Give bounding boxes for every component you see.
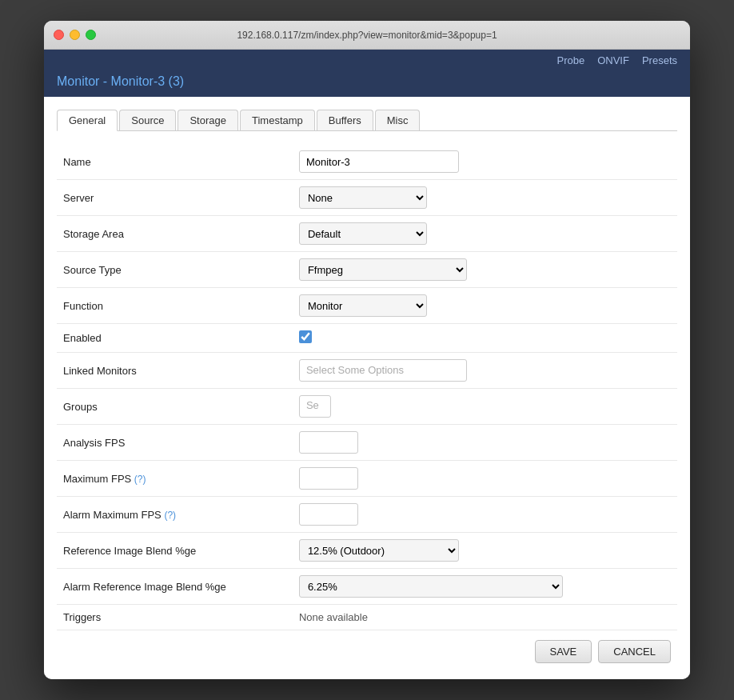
triggers-row: Triggers None available xyxy=(57,605,677,630)
monitor-title-text: Monitor - Monitor-3 (3) xyxy=(57,74,184,88)
name-row: Name Monitor-3 xyxy=(57,144,677,180)
onvif-link[interactable]: ONVIF xyxy=(597,54,629,66)
storage-area-select[interactable]: Default xyxy=(299,222,427,245)
titlebar: 192.168.0.117/zm/index.php?view=monitor&… xyxy=(44,21,690,50)
function-select[interactable]: None Monitor Modect Record Mocord Nodect xyxy=(299,294,427,317)
source-type-label: Source Type xyxy=(57,252,293,288)
linked-monitors-label: Linked Monitors xyxy=(57,353,293,389)
alarm-ref-blend-label: Alarm Reference Image Blend %ge xyxy=(57,569,293,605)
linked-monitors-select[interactable]: Select Some Options xyxy=(299,359,467,382)
analysis-fps-input[interactable] xyxy=(299,431,358,454)
alarm-max-fps-input[interactable] xyxy=(299,503,358,526)
groups-select[interactable]: Se xyxy=(299,395,331,418)
toolbar: Probe ONVIF Presets xyxy=(44,50,690,71)
tab-source[interactable]: Source xyxy=(119,110,176,130)
storage-area-row: Storage Area Default xyxy=(57,216,677,252)
form-table: Name Monitor-3 Server None Storage Area … xyxy=(57,144,677,630)
source-type-row: Source Type Ffmpeg LibVLC cURL WebSite L… xyxy=(57,252,677,288)
tab-general[interactable]: General xyxy=(57,110,118,131)
titlebar-text: 192.168.0.117/zm/index.php?view=monitor&… xyxy=(237,30,497,41)
tab-misc[interactable]: Misc xyxy=(375,110,421,130)
enabled-checkbox[interactable] xyxy=(299,330,312,343)
storage-area-label: Storage Area xyxy=(57,216,293,252)
tab-storage[interactable]: Storage xyxy=(178,110,238,130)
groups-label: Groups xyxy=(57,389,293,425)
triggers-value: None available xyxy=(299,611,368,623)
ref-blend-label: Reference Image Blend %ge xyxy=(57,533,293,569)
traffic-lights xyxy=(54,30,96,40)
presets-link[interactable]: Presets xyxy=(642,54,677,66)
save-button[interactable]: SAVE xyxy=(535,640,592,663)
function-row: Function None Monitor Modect Record Moco… xyxy=(57,288,677,324)
server-select[interactable]: None xyxy=(299,186,427,209)
alarm-max-fps-label: Alarm Maximum FPS (?) xyxy=(57,497,293,533)
name-input[interactable]: Monitor-3 xyxy=(299,150,459,173)
server-row: Server None xyxy=(57,180,677,216)
monitor-title-bar: Monitor - Monitor-3 (3) xyxy=(44,71,690,97)
main-window: 192.168.0.117/zm/index.php?view=monitor&… xyxy=(44,21,690,679)
tab-timestamp[interactable]: Timestamp xyxy=(240,110,315,130)
ref-blend-select[interactable]: 12.5% (Outdoor) 6.25% 3.125% 1.5625% xyxy=(299,539,459,562)
name-label: Name xyxy=(57,144,293,180)
groups-row: Groups Se xyxy=(57,389,677,425)
function-label: Function xyxy=(57,288,293,324)
cancel-button[interactable]: CANCEL xyxy=(598,640,671,663)
max-fps-row: Maximum FPS (?) xyxy=(57,461,677,497)
linked-monitors-row: Linked Monitors Select Some Options xyxy=(57,353,677,389)
alarm-ref-blend-row: Alarm Reference Image Blend %ge 6.25% 3.… xyxy=(57,569,677,605)
enabled-row: Enabled xyxy=(57,324,677,353)
minimize-button[interactable] xyxy=(70,30,80,40)
main-content: General Source Storage Timestamp Buffers… xyxy=(44,97,690,679)
analysis-fps-row: Analysis FPS xyxy=(57,425,677,461)
alarm-ref-blend-select[interactable]: 6.25% 3.125% 1.5625% 12.5% (Outdoor) xyxy=(299,575,563,598)
ref-blend-row: Reference Image Blend %ge 12.5% (Outdoor… xyxy=(57,533,677,569)
enabled-label: Enabled xyxy=(57,324,293,353)
max-fps-help[interactable]: (?) xyxy=(134,474,146,485)
maximize-button[interactable] xyxy=(86,30,96,40)
alarm-max-fps-row: Alarm Maximum FPS (?) xyxy=(57,497,677,533)
source-type-select[interactable]: Ffmpeg LibVLC cURL WebSite Local Remote … xyxy=(299,258,467,281)
close-button[interactable] xyxy=(54,30,64,40)
max-fps-label: Maximum FPS (?) xyxy=(57,461,293,497)
analysis-fps-label: Analysis FPS xyxy=(57,425,293,461)
max-fps-input[interactable] xyxy=(299,467,358,490)
tab-bar: General Source Storage Timestamp Buffers… xyxy=(57,110,677,131)
alarm-max-fps-help[interactable]: (?) xyxy=(164,510,176,521)
triggers-label: Triggers xyxy=(57,605,293,630)
probe-link[interactable]: Probe xyxy=(556,54,584,66)
tab-buffers[interactable]: Buffers xyxy=(317,110,373,130)
buttons-row: SAVE CANCEL xyxy=(57,630,677,663)
server-label: Server xyxy=(57,180,293,216)
